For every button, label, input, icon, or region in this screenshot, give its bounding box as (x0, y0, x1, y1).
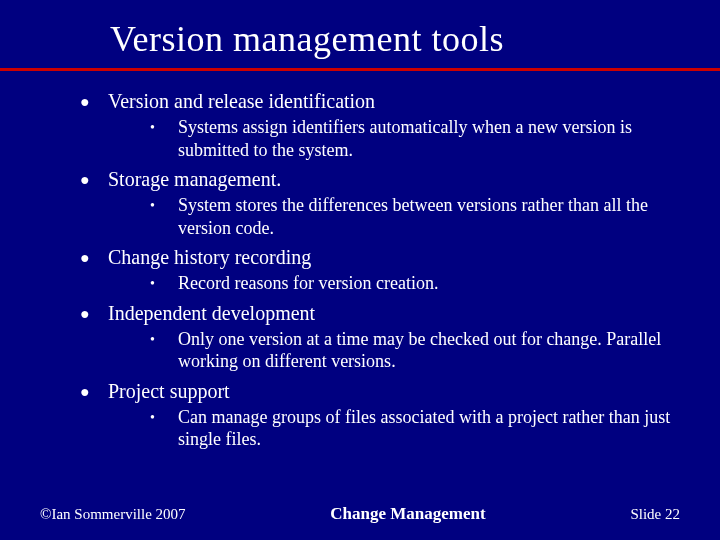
sub-bullet-dot-icon: • (150, 116, 178, 137)
slide-body: ● Version and release identification • S… (0, 89, 720, 451)
bullet-item: ● Version and release identification (80, 89, 680, 114)
bullet-item: ● Project support (80, 379, 680, 404)
bullet-dot-icon: ● (80, 167, 108, 190)
bullet-item: ● Storage management. (80, 167, 680, 192)
bullet-dot-icon: ● (80, 245, 108, 268)
sub-bullet-item: • Can manage groups of files associated … (150, 406, 680, 451)
sub-bullet-text: Systems assign identifiers automatically… (178, 116, 680, 161)
title-underline (0, 68, 720, 71)
slide: Version management tools ● Version and r… (0, 0, 720, 540)
bullet-item: ● Change history recording (80, 245, 680, 270)
sub-bullet-text: Can manage groups of files associated wi… (178, 406, 680, 451)
sub-bullet-text: Record reasons for version creation. (178, 272, 680, 295)
slide-footer: ©Ian Sommerville 2007 Change Management … (0, 504, 720, 524)
sub-bullet-text: Only one version at a time may be checke… (178, 328, 680, 373)
sub-bullet-item: • System stores the differences between … (150, 194, 680, 239)
slide-title: Version management tools (0, 0, 720, 68)
bullet-text: Storage management. (108, 167, 680, 192)
sub-bullet-item: • Systems assign identifiers automatical… (150, 116, 680, 161)
footer-left: ©Ian Sommerville 2007 (40, 506, 186, 523)
footer-right: Slide 22 (630, 506, 680, 523)
bullet-text: Project support (108, 379, 680, 404)
bullet-dot-icon: ● (80, 301, 108, 324)
bullet-text: Version and release identification (108, 89, 680, 114)
sub-bullet-dot-icon: • (150, 406, 178, 427)
sub-bullet-dot-icon: • (150, 194, 178, 215)
bullet-dot-icon: ● (80, 89, 108, 112)
bullet-text: Independent development (108, 301, 680, 326)
footer-center: Change Management (330, 504, 485, 524)
bullet-text: Change history recording (108, 245, 680, 270)
sub-bullet-text: System stores the differences between ve… (178, 194, 680, 239)
bullet-dot-icon: ● (80, 379, 108, 402)
sub-bullet-item: • Only one version at a time may be chec… (150, 328, 680, 373)
sub-bullet-item: • Record reasons for version creation. (150, 272, 680, 295)
sub-bullet-dot-icon: • (150, 272, 178, 293)
sub-bullet-dot-icon: • (150, 328, 178, 349)
bullet-item: ● Independent development (80, 301, 680, 326)
